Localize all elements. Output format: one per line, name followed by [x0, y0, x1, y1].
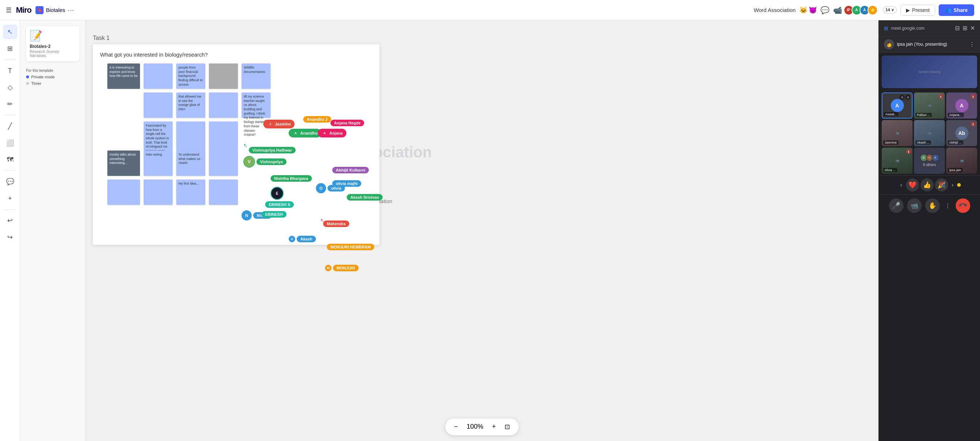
comment-tool[interactable]: 💬: [3, 174, 18, 189]
sticky-7[interactable]: that allowed me to see the orange glow o…: [176, 92, 205, 118]
board-name-area: Biotales ⋯: [35, 6, 74, 14]
frame-title: What got you interested in biology/resea…: [100, 51, 372, 58]
pallavi-video-placeholder: 📹: [928, 104, 931, 107]
top-bar-left: ☰ Miro Biotales ⋯: [6, 5, 749, 15]
sticky-1[interactable]: It is interesting to explore and know ho…: [107, 64, 140, 89]
template-section: For this template Private mode Timer: [26, 68, 80, 86]
shapes-tool[interactable]: ◇: [3, 80, 18, 95]
video-cell-anjana[interactable]: A 🔇 Anjana...: [946, 92, 977, 119]
pen-tool[interactable]: ✏: [3, 97, 18, 111]
sticky-15[interactable]: To understand what makes us - Akash: [176, 151, 205, 176]
play-icon: ▶: [906, 7, 910, 13]
user-avatar-anandhu: A: [292, 130, 299, 136]
canvas-inner: Task 1 What got you interested in biolog…: [93, 35, 390, 245]
screen-preview-inner: Screen sharing: [882, 56, 977, 88]
sticky-11[interactable]: [176, 121, 205, 151]
sticky-5[interactable]: Wildlife documentaries: [242, 64, 270, 89]
map-tool[interactable]: 🗺: [3, 152, 18, 167]
text-tool[interactable]: T: [3, 64, 18, 78]
sticky-2[interactable]: [144, 64, 173, 89]
board-icon: [35, 6, 43, 14]
sticky-14[interactable]: inter-esting: [144, 151, 173, 176]
private-mode-toggle[interactable]: [26, 75, 29, 78]
toolbar-divider-1: [5, 59, 16, 60]
menu-icon[interactable]: ☰: [6, 6, 12, 14]
reaction-emoji-1[interactable]: 🐱: [799, 6, 807, 14]
sticky-19[interactable]: My first idea...: [176, 180, 205, 205]
video-cell-jasmine[interactable]: 📹 Jasmine: [882, 120, 913, 146]
zoom-level[interactable]: 100%: [463, 422, 486, 432]
select-tool[interactable]: ↖: [3, 25, 18, 39]
meet-user-more-icon[interactable]: ⋮: [969, 41, 975, 48]
video-cell-olivia[interactable]: 📹 🔇 olivia ...: [882, 148, 913, 174]
sticky-6[interactable]: [144, 92, 173, 118]
reaction-emoji-2[interactable]: 😈: [809, 6, 817, 14]
frames-tool[interactable]: ⬜: [3, 135, 18, 150]
board-tool[interactable]: ⊞: [3, 41, 18, 56]
video-cell-abhijit[interactable]: Ab 🔇 Abhijit ...: [946, 120, 977, 146]
meet-user-name: ipsa jain (You, presenting): [897, 42, 947, 47]
zoom-out-btn[interactable]: −: [451, 422, 461, 432]
anjana-name: Anjana...: [948, 113, 964, 117]
avatar-count[interactable]: 14 ∨: [883, 6, 897, 14]
sticky-10[interactable]: Fascinated by how from a single cell the…: [144, 121, 173, 151]
timer-option[interactable]: Timer: [26, 81, 80, 86]
reactions-prev[interactable]: ‹: [898, 180, 904, 189]
sticky-17[interactable]: [107, 180, 140, 205]
sticky-3[interactable]: people from poor financial background fi…: [176, 64, 205, 89]
board-more-icon[interactable]: ⋯: [67, 6, 74, 14]
sticky-18[interactable]: [144, 180, 173, 205]
others-count-label: 9 others: [923, 163, 936, 167]
anjana-avatar: A: [955, 99, 968, 112]
user-label-ebinesh: EBINESH: [261, 211, 286, 218]
sticky-9[interactable]: till my science teacher taught us about …: [242, 92, 270, 118]
video-icon[interactable]: 📹: [833, 6, 842, 14]
video-cell-ipsa[interactable]: 📹 ipsa jain: [946, 148, 977, 174]
sticky-16[interactable]: [209, 151, 238, 176]
sticky-13[interactable]: mostly talks about something interesting…: [107, 151, 140, 176]
fit-btn[interactable]: ⊡: [502, 422, 513, 432]
hand-button[interactable]: ✋: [925, 198, 940, 213]
thumbnail-card[interactable]: 📝 Biotales-2 Research Journey Narratives: [26, 26, 80, 61]
left-toolbar: ↖ ⊞ T ◇ ✏ ╱ ⬜ 🗺 💬 + ↩ ↪: [0, 20, 20, 441]
undo-tool[interactable]: ↩: [3, 213, 18, 228]
controls-more-icon[interactable]: ⋮: [945, 202, 951, 209]
redo-tool[interactable]: ↪: [3, 230, 18, 244]
monjuri-avatar-sm: M: [325, 265, 331, 271]
present-button[interactable]: ▶ Present: [900, 5, 935, 16]
video-cell-pallavi[interactable]: 📹 🔇 Pallavi ...: [914, 92, 945, 119]
whiteboard-frame[interactable]: What got you interested in biology/resea…: [93, 44, 379, 245]
camera-button[interactable]: 📹: [907, 198, 922, 213]
video-cell-aswat[interactable]: A Aswat... ⊙ ⊙: [882, 92, 913, 119]
reactions-next[interactable]: ›: [950, 180, 956, 189]
aswat-mic-icon: ⊙: [905, 95, 910, 100]
reaction-heart[interactable]: ❤️: [906, 178, 919, 191]
share-button[interactable]: 👥 Share: [939, 4, 974, 16]
board-title[interactable]: Biotales: [46, 7, 65, 13]
connector-tool[interactable]: ╱: [3, 119, 18, 134]
akash-label: Akash: [297, 236, 316, 242]
sticky-12[interactable]: [209, 121, 238, 151]
add-tool[interactable]: +: [3, 191, 18, 205]
thumb-title: Biotales-2: [30, 44, 76, 49]
comment-icon[interactable]: 💬: [821, 6, 829, 14]
video-cell-others[interactable]: M N A 9 others: [914, 148, 945, 174]
meet-expand-icon[interactable]: ⊞: [963, 25, 967, 32]
meet-close-icon[interactable]: ✕: [970, 25, 975, 32]
reaction-party[interactable]: 🎉: [935, 178, 948, 191]
reaction-thumbs-up[interactable]: 👍: [921, 178, 934, 191]
olivia-mute-icon: 🔇: [906, 149, 911, 154]
private-mode-option[interactable]: Private mode: [26, 75, 80, 79]
top-bar-title: Word Association: [754, 7, 796, 13]
mic-button[interactable]: 🎤: [889, 198, 904, 213]
sticky-4[interactable]: [209, 64, 238, 89]
video-cell-akash[interactable]: 📹 Akash ...: [914, 120, 945, 146]
sticky-8[interactable]: [209, 92, 238, 118]
canvas-area[interactable]: Word Association Word Association Task 1…: [86, 20, 878, 441]
end-call-button[interactable]: 📞: [953, 196, 973, 216]
vishnupriya-label: Vishnupriya: [256, 159, 286, 165]
meet-minimize-icon[interactable]: ⊟: [955, 25, 960, 32]
sticky-20[interactable]: [209, 180, 238, 205]
timer-toggle[interactable]: [26, 82, 29, 85]
zoom-in-btn[interactable]: +: [489, 422, 499, 432]
